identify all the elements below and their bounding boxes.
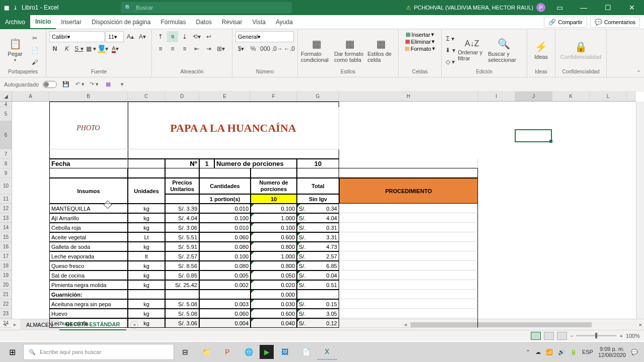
row-header-18[interactable]: 18 (0, 261, 12, 270)
font-size-select[interactable]: 11 ▾ (106, 31, 124, 42)
search-box[interactable]: 🔍 Buscar (121, 2, 292, 13)
col-header-K[interactable]: K (552, 92, 590, 101)
cell[interactable]: Aceite vegetal (49, 232, 128, 242)
cell[interactable]: S/.4.04 (297, 213, 339, 223)
cell[interactable]: S/. 5.91 (165, 242, 199, 251)
cell[interactable]: S/. 5.08 (165, 299, 199, 309)
cell[interactable]: Leche evaporada (49, 251, 128, 261)
row-header-6[interactable]: 6 (0, 121, 12, 149)
cell[interactable]: kg (128, 318, 165, 328)
cell[interactable]: Sal de cocina (49, 270, 128, 280)
increase-font-button[interactable]: A▴ (125, 31, 136, 42)
cell[interactable]: lt (128, 251, 165, 261)
cell[interactable]: S/.3.05 (297, 309, 339, 318)
cell[interactable]: Pimienta negra molida (49, 280, 128, 290)
cell[interactable]: Galleta de soda (49, 242, 128, 251)
cell[interactable] (339, 204, 478, 213)
cell[interactable]: 0.100 (199, 251, 251, 261)
row-header-9[interactable]: 9 (0, 168, 12, 178)
copy-button[interactable]: 📄 (29, 45, 40, 56)
cell[interactable] (339, 232, 478, 242)
cell[interactable]: 1.000 (251, 213, 297, 223)
row-header-21[interactable]: 21 (0, 290, 12, 299)
cell[interactable] (339, 213, 478, 223)
cell[interactable]: 0.002 (199, 280, 251, 290)
align-center-button[interactable]: ≡ (167, 43, 178, 54)
cell[interactable] (339, 299, 478, 309)
taskbar-excel[interactable]: X (317, 344, 337, 360)
cell[interactable]: 0.600 (251, 232, 297, 242)
cell[interactable] (199, 168, 251, 178)
cell[interactable]: Huevo (49, 309, 128, 318)
cell[interactable]: kg (128, 223, 165, 232)
cell[interactable] (339, 168, 478, 178)
cell[interactable]: MANTEQUILLA (49, 204, 128, 213)
align-right-button[interactable]: ≡ (179, 43, 190, 54)
row-header-14[interactable]: 14 (0, 223, 12, 232)
cell[interactable] (339, 251, 478, 261)
share-button[interactable]: 🔗 Compartir (544, 17, 587, 28)
col-header-G[interactable]: G (297, 92, 339, 101)
cell[interactable]: 0.060 (199, 232, 251, 242)
cell-styles-button[interactable]: ▦Estilos de celda (368, 34, 395, 67)
clear-button[interactable]: ◇ ▾ (445, 56, 456, 67)
col-header-H[interactable]: H (339, 92, 478, 101)
cell[interactable] (339, 270, 478, 280)
cell[interactable]: kg (128, 213, 165, 223)
increase-indent-button[interactable]: ⇥ (203, 43, 214, 54)
taskbar-app1[interactable]: ▶ (260, 345, 274, 359)
tray-volume-icon[interactable]: 🔊 (558, 349, 565, 355)
cell[interactable] (339, 290, 478, 299)
taskbar-powerpoint[interactable]: P (217, 344, 237, 360)
cell[interactable]: Fecha (49, 159, 128, 168)
cell[interactable]: S/. 3.39 (165, 204, 199, 213)
cell[interactable]: 0.010 (199, 223, 251, 232)
cell[interactable]: Guarnición: (49, 290, 128, 299)
cell[interactable]: S/. 5.51 (165, 232, 199, 242)
cell[interactable]: kg (128, 261, 165, 270)
format-table-button[interactable]: ▦Dar formato como tabla (334, 34, 365, 67)
cell[interactable]: 0.000 (251, 290, 297, 299)
cell[interactable]: 0.005 (199, 270, 251, 280)
row-header-13[interactable]: 13 (0, 213, 12, 223)
find-select-button[interactable]: 🔍Buscar y seleccionar (488, 34, 519, 67)
row-header-19[interactable]: 19 (0, 270, 12, 280)
row-header-17[interactable]: 17 (0, 251, 12, 261)
zoom-in-button[interactable]: + (619, 333, 622, 339)
col-header-D[interactable]: D (165, 92, 199, 101)
cell[interactable]: kg (128, 204, 165, 213)
cell[interactable]: S/.0.12 (297, 318, 339, 328)
cell[interactable]: Total (297, 178, 339, 194)
tab-view[interactable]: Vista (248, 15, 271, 29)
start-button[interactable]: ⊞ (2, 344, 22, 360)
taskbar-explorer[interactable]: 📁 (196, 344, 216, 360)
cell[interactable] (339, 242, 478, 251)
close-button[interactable]: ✕ (622, 0, 642, 15)
cell[interactable]: Precios Unitarios (165, 178, 199, 194)
cell[interactable]: 0.060 (199, 309, 251, 318)
cell[interactable]: 0.800 (251, 261, 297, 270)
cell[interactable]: S/.0.15 (297, 299, 339, 309)
tab-insert[interactable]: Insertar (56, 15, 87, 29)
cell[interactable]: Insumos (49, 178, 128, 204)
decrease-decimal-button[interactable]: ←.0 (284, 43, 295, 54)
cell[interactable] (128, 290, 165, 299)
cells-format-button[interactable]: ▦ Formato ▾ (405, 45, 435, 52)
row-header-20[interactable]: 20 (0, 280, 12, 290)
cell[interactable]: 0.030 (251, 299, 297, 309)
row-header-22[interactable]: 22 (0, 299, 12, 309)
zoom-out-button[interactable]: − (570, 333, 573, 339)
font-color-button[interactable]: A▾ (110, 43, 121, 54)
tray-notifications-icon[interactable]: 💬 (631, 349, 638, 355)
view-page-break-button[interactable] (557, 332, 567, 340)
row-headers[interactable]: ◢ 456789101112131415161718192021222324 (0, 92, 12, 319)
cell[interactable]: PAPA A LA HUANCAÍNA (128, 107, 339, 149)
cell[interactable]: S/. 3.06 (165, 223, 199, 232)
cell[interactable]: 0.100 (199, 213, 251, 223)
underline-button[interactable]: S ▾ (73, 43, 85, 54)
row-header-11[interactable]: 11 (0, 194, 12, 204)
cell[interactable]: S/.0.34 (297, 204, 339, 213)
cell[interactable] (128, 159, 165, 168)
qat-extra-button[interactable]: ▦ (103, 79, 113, 89)
orientation-button[interactable]: ⟲▾ (191, 31, 202, 42)
